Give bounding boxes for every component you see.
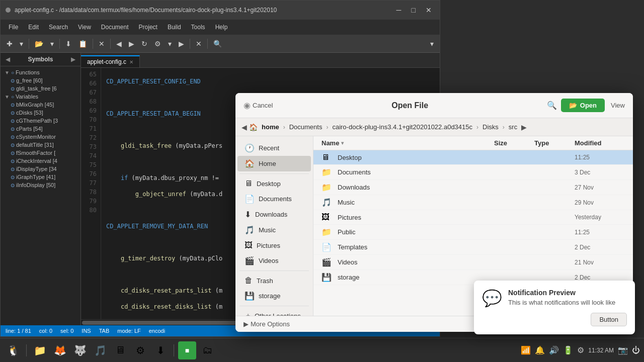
- sidebar-item-videos[interactable]: 🎬 Videos: [237, 253, 311, 268]
- breadcrumb-home[interactable]: home: [260, 122, 281, 132]
- sidebar-item-storage[interactable]: 💾 storage: [237, 288, 311, 304]
- menu-build[interactable]: Build: [164, 22, 185, 32]
- sidebar-item-other-locations[interactable]: ＋ Other Locations: [237, 308, 311, 316]
- build-button[interactable]: ▶: [176, 38, 187, 50]
- taskbar-app-green[interactable]: ■: [178, 341, 196, 359]
- maximize-button[interactable]: □: [409, 5, 419, 15]
- tray-settings-icon[interactable]: ⚙: [577, 345, 584, 355]
- open-dropdown[interactable]: ▾: [47, 38, 57, 50]
- breadcrumb-more-button[interactable]: ▶: [521, 123, 527, 131]
- menu-view[interactable]: View: [74, 22, 95, 32]
- tray-screenshot-icon[interactable]: 📷: [618, 345, 628, 355]
- panel-prev-button[interactable]: ◀: [4, 55, 12, 64]
- breadcrumb-disks[interactable]: Disks: [480, 122, 501, 132]
- sidebar-item-downloads[interactable]: ⬇ Downloads: [237, 207, 311, 222]
- new-dropdown[interactable]: ▾: [17, 38, 26, 50]
- tree-cgthemepath[interactable]: ⊙ cGThemePath [3: [1, 117, 80, 125]
- tray-power-icon[interactable]: ⏻: [632, 346, 640, 355]
- tray-battery-icon[interactable]: 🔋: [563, 345, 573, 355]
- taskbar-app-files[interactable]: 📁: [31, 341, 49, 359]
- more-button[interactable]: ▾: [427, 38, 437, 50]
- tray-network-icon[interactable]: 📶: [521, 345, 531, 355]
- tab-applet-config[interactable]: applet-config.c ✕: [81, 55, 140, 67]
- downloads-file-modified: 27 Nov: [575, 184, 625, 191]
- sidebar-item-documents[interactable]: 📄 Documents: [237, 191, 311, 207]
- sidebar-item-desktop[interactable]: 🖥 Desktop: [237, 176, 311, 191]
- tree-cparts[interactable]: ⊙ cParts [54]: [1, 125, 80, 133]
- taskbar-app-wolf[interactable]: 🐺: [71, 341, 89, 359]
- storage-file-icon: 💾: [321, 273, 334, 282]
- dialog-search-button[interactable]: 🔍: [547, 101, 557, 110]
- more-options-button[interactable]: ▶ More Options: [244, 320, 290, 328]
- tree-icheckinterval[interactable]: ⊙ iCheckInterval [4: [1, 157, 80, 165]
- breadcrumb-back-button[interactable]: ◀: [242, 123, 247, 131]
- menu-document[interactable]: Document: [97, 22, 133, 32]
- menu-project[interactable]: Project: [135, 22, 162, 32]
- sidebar-item-music[interactable]: 🎵 Music: [237, 222, 311, 238]
- dialog-cancel-button[interactable]: ◉ Cancel: [244, 101, 273, 110]
- tree-functions-group[interactable]: ▼ ○ Functions: [1, 68, 80, 76]
- breadcrumb-src[interactable]: src: [507, 122, 519, 132]
- tree-fsmoothfactor[interactable]: ⊙ fSmoothFactor [: [1, 149, 80, 157]
- file-row-templates[interactable]: 📄 Templates 2 Dec: [313, 240, 633, 255]
- file-row-documents[interactable]: 📁 Documents 3 Dec: [313, 165, 633, 180]
- tray-volume-icon[interactable]: 🔊: [549, 345, 559, 355]
- tray-bell-icon[interactable]: 🔔: [535, 345, 545, 355]
- menu-edit[interactable]: Edit: [24, 22, 43, 32]
- dialog-open-button[interactable]: 📂 Open: [561, 99, 605, 112]
- tree-gldi-task-free[interactable]: ⊙ gldi_task_free [6: [1, 84, 80, 93]
- tree-cdisks[interactable]: ⊙ cDisks [53]: [1, 109, 80, 117]
- tree-idisplaytype[interactable]: ⊙ iDisplayType [34: [1, 165, 80, 173]
- sidebar-item-home[interactable]: 🏠 Home: [237, 156, 311, 171]
- taskbar-app-0[interactable]: 🐧: [4, 341, 22, 359]
- save-button[interactable]: ⬇: [62, 38, 74, 50]
- taskbar-app-settings[interactable]: ⚙: [131, 341, 149, 359]
- breadcrumb-documents[interactable]: Documents: [287, 122, 325, 132]
- toolbar-sep-4: [110, 39, 111, 49]
- file-row-pictures[interactable]: 🖼 Pictures Yesterday: [313, 210, 633, 225]
- settings-button[interactable]: ⚙: [151, 38, 164, 50]
- file-row-music[interactable]: 🎵 Music 29 Nov: [313, 195, 633, 210]
- minimize-button[interactable]: ─: [393, 5, 405, 15]
- plus-icon: ＋: [245, 311, 252, 316]
- tree-defaulttitle[interactable]: ⊙ defaultTitle [31]: [1, 141, 80, 149]
- search-button[interactable]: 🔍: [210, 38, 225, 50]
- menu-tools[interactable]: Tools: [187, 22, 209, 32]
- undo-button[interactable]: ✕: [96, 38, 108, 50]
- sidebar-item-recent[interactable]: 🕐 Recent: [237, 140, 311, 156]
- panel-next-button[interactable]: ▶: [69, 55, 77, 64]
- sidebar-item-trash[interactable]: 🗑 Trash: [237, 273, 311, 288]
- taskbar-app-download[interactable]: ⬇: [151, 341, 170, 359]
- notification-action-button[interactable]: Button: [591, 313, 627, 326]
- tree-variables-group[interactable]: ▼ ○ Variables: [1, 93, 80, 101]
- tree-bmixgraph[interactable]: ⊙ bMixGraph [45]: [1, 101, 80, 109]
- tree-igraphtype[interactable]: ⊙ iGraphType [41]: [1, 173, 80, 181]
- taskbar-app-music[interactable]: 🎵: [91, 341, 109, 359]
- taskbar-app-terminal[interactable]: 🖥: [111, 341, 129, 359]
- close-button[interactable]: ✕: [423, 5, 435, 15]
- clear-button[interactable]: ✕: [193, 38, 205, 50]
- dialog-view-button[interactable]: View: [611, 102, 625, 109]
- save-as-button[interactable]: 📋: [75, 38, 90, 50]
- tree-csystemmonitor[interactable]: ⊙ cSystemMonitor: [1, 133, 80, 141]
- forward-button[interactable]: ▶: [126, 38, 137, 50]
- taskbar-app-folder[interactable]: 🗂: [198, 341, 216, 359]
- tab-close-icon[interactable]: ✕: [129, 59, 133, 65]
- menu-file[interactable]: File: [5, 22, 22, 32]
- file-row-public[interactable]: 📁 Public 11:25: [313, 225, 633, 240]
- file-row-videos[interactable]: 🎬 Videos 21 Nov: [313, 255, 633, 270]
- breadcrumb-cairo[interactable]: cairo-dock-plug-ins3.4.1+git20201022.a0d…: [330, 122, 474, 132]
- new-button[interactable]: ✚: [4, 38, 16, 50]
- settings-dropdown[interactable]: ▾: [165, 38, 175, 50]
- tree-iinfodisplay[interactable]: ⊙ iInfoDisplay [50]: [1, 181, 80, 189]
- open-button[interactable]: 📂: [32, 38, 46, 50]
- back-button[interactable]: ◀: [113, 38, 125, 50]
- file-row-downloads[interactable]: 📁 Downloads 27 Nov: [313, 180, 633, 195]
- menu-help[interactable]: Help: [211, 22, 232, 32]
- sidebar-item-pictures[interactable]: 🖼 Pictures: [237, 238, 311, 253]
- tree-g-free[interactable]: ⊙ g_free [60]: [1, 76, 80, 84]
- taskbar-app-browser[interactable]: 🦊: [51, 341, 69, 359]
- menu-search[interactable]: Search: [45, 22, 72, 32]
- file-row-desktop[interactable]: 🖥 Desktop 11:25: [313, 150, 633, 165]
- refresh-button[interactable]: ↻: [138, 38, 150, 50]
